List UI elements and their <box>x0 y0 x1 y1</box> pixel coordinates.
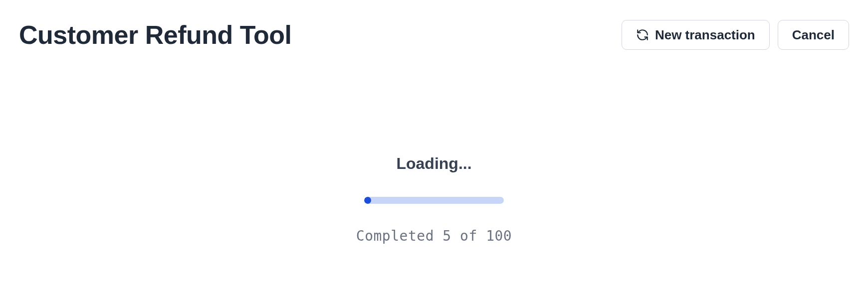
refresh-icon <box>636 28 649 41</box>
loading-text: Loading... <box>396 154 471 173</box>
cancel-label: Cancel <box>792 28 835 41</box>
header-actions: New transaction Cancel <box>622 20 849 50</box>
progress-bar <box>364 197 504 204</box>
progress-status: Completed 5 of 100 <box>356 228 512 244</box>
cancel-button[interactable]: Cancel <box>778 20 849 50</box>
new-transaction-label: New transaction <box>655 28 755 41</box>
new-transaction-button[interactable]: New transaction <box>622 20 770 50</box>
header: Customer Refund Tool New transaction Can… <box>19 20 849 50</box>
progress-fill <box>364 197 371 204</box>
page-title: Customer Refund Tool <box>19 20 292 50</box>
loading-area: Loading... Completed 5 of 100 <box>19 154 849 244</box>
